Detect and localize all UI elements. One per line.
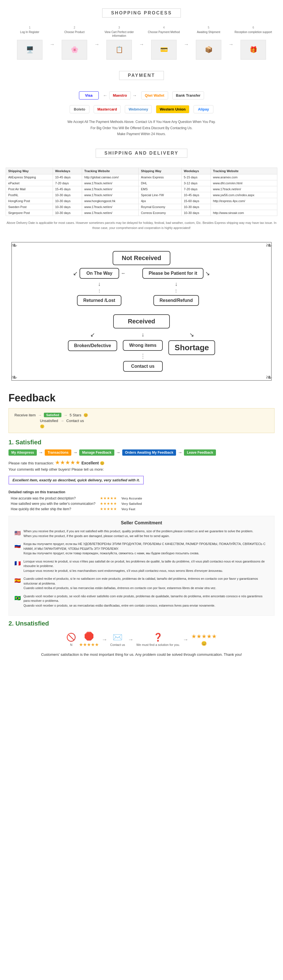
step-2: 2 Choose Product 🌸 [54, 26, 94, 60]
shipping-cell-3-5: www.yw56.com.cn/index.aspx [211, 192, 277, 198]
commitment-line-3-0: Cuando usted recibe el producto, si le n… [24, 576, 269, 586]
fc-wrong-col: ↓ Wrong items ⋮ Contact us [123, 331, 163, 372]
shipping-title: SHIPPING AND DELIVERY [96, 149, 187, 158]
commitment-text-3: Cuando usted recibe el producto, si le n… [24, 576, 269, 590]
shipping-cell-2-3: EMS [138, 186, 181, 192]
shipping-table: Shipping Way Weekdays Tracking Website S… [6, 168, 277, 216]
nav-arrow-3: → [116, 450, 121, 455]
satisfied-row: Receive item → Satisfied → 5 Stars 😊 [14, 413, 269, 417]
commitment-4: 🇧🇷Quando você receber o produto, se você… [14, 594, 269, 608]
q1-stars: ★★★★★ [98, 495, 119, 501]
commitment-line-1-0: Когда вы получаете продукт, если вы НЕ У… [24, 542, 269, 551]
shipping-row-6: Sirgerpore Post10-30 dayswww.17track.net… [6, 210, 277, 216]
shipping-cell-4-3: 4px [138, 198, 181, 204]
result-stars: ★★★★★ [191, 633, 217, 640]
nav-manage-feedback[interactable]: Manage Feedback [79, 449, 114, 456]
step-4-icon: 💳 [151, 40, 177, 60]
shipping-cell-5-5 [211, 204, 277, 210]
nav-transactions[interactable]: Transactions [45, 449, 71, 456]
shipping-cell-0-2: http://global.cainiao.com/ [82, 174, 138, 180]
corner-tl: ❧ [10, 241, 18, 250]
arrow-right: → [133, 93, 137, 98]
unsat-email: ✉️ Contact us [110, 633, 125, 646]
fc-broken-col: ↙ Broken/Defective [68, 331, 117, 351]
steps-row: 1 Log In Register 🖥️ → 2 Choose Product … [6, 26, 277, 60]
shipping-cell-1-2: www.17track.net/en/ [82, 180, 138, 186]
seller-commitment: Seller Commitment 🇺🇸When you receive the… [8, 516, 275, 616]
unsatisfied-title: 2. Unsatisfied [8, 620, 275, 627]
flag-3: 🇪🇸 [14, 577, 21, 585]
fc-arrow-shortage: ↘ [189, 331, 194, 338]
shipping-cell-1-0: ePacket [6, 180, 53, 186]
fc-v-arrow-1: ↓ [98, 281, 101, 286]
commitment-text-1: Когда вы получаете продукт, если вы НЕ У… [24, 542, 269, 556]
fc-dashed-1: ⋮ [98, 289, 101, 293]
fc-arrow-broken: ↙ [90, 331, 95, 338]
q2-label: How satisfied were you with the seller's… [8, 501, 98, 506]
commitment-2: 🇫🇷Lorsque vous recevez le produit, si vo… [14, 559, 269, 573]
arrow-2: → [64, 413, 67, 417]
arrow-3: → [60, 418, 64, 423]
step-1: 1 Log In Register 🖥️ [10, 26, 50, 60]
commitment-line-3-1: Cuando usted reciba el producto, si las … [24, 586, 269, 590]
shipping-cell-2-0: Post Air Mail [6, 186, 53, 192]
unsat-arrow-1: → [102, 636, 107, 643]
shipping-row-5: Sweden Post10-30 dayswww.17track.net/en/… [6, 204, 277, 210]
commitment-line-1-1: Когда вы получаете продукт, если товар п… [24, 551, 269, 556]
q3-rating: Very Fast [119, 506, 144, 512]
commitment-0: 🇺🇸When you receive the product, if you a… [14, 529, 269, 538]
unsat-stars: ★★★★★ 😊 [191, 633, 217, 646]
step-arrow-5: → [229, 26, 233, 48]
shipping-cell-1-3: DHL [138, 180, 181, 186]
shipping-cell-5-3: Roymal Economy [138, 204, 181, 210]
commitment-line-4-1: Quando você receber o produto, se as mer… [24, 603, 269, 608]
commitment-line-4-0: Quando você receber o produto, se você n… [24, 594, 269, 603]
shipping-cell-0-1: 10-45 days [53, 174, 82, 180]
bank-transfer-logo: Bank Transfer [172, 91, 204, 100]
fc-right-branch: Please be Patient for it ↘ ↓ ⋮ Resend/Re… [142, 268, 210, 306]
col-header-5: Weekdays [181, 168, 211, 174]
shopping-process-section: SHOPPING PROCESS 1 Log In Register 🖥️ → … [0, 0, 283, 65]
q3-label: How quickly did the seller ship the item… [8, 506, 98, 512]
shipping-row-4: HongKong Post10-30 dayswww.hongkongpost.… [6, 198, 277, 204]
unsat-no-sign: 🚫 N [66, 633, 76, 646]
payment-logos-row2: Boleto Mastercard Webmoney Western Union… [6, 105, 277, 113]
question-icon: ❓ [153, 633, 163, 642]
step-2-number: 2 [74, 26, 75, 29]
shipping-cell-1-4: 3-12 days [181, 180, 211, 186]
shipping-cell-3-4: 10-45 days [181, 192, 211, 198]
fc-on-the-way: On The Way [80, 268, 119, 279]
arrow-1: → [38, 413, 42, 417]
step-4: 4 Choose Payment Method 💳 [144, 26, 184, 60]
step-arrow-4: → [184, 26, 189, 48]
webmoney-logo: Webmoney [125, 105, 152, 113]
fc-wrong-items: Wrong items [123, 340, 163, 351]
unsatisfied-row: Unsatisfied → Contact us [40, 418, 269, 423]
rate-text: Please rate this transaction: ★★★★★ Exce… [8, 459, 275, 466]
step-6-icon: 🎁 [241, 40, 266, 60]
shopping-process-title: SHOPPING PROCESS [102, 8, 181, 18]
shipping-row-2: Post Air Mail15-45 dayswww.17track.net/e… [6, 186, 277, 192]
nav-aliexpress[interactable]: My Aliexpress [8, 449, 37, 456]
shipping-cell-6-4: 10-30 days [181, 210, 211, 216]
unsat-arrow-2: → [128, 636, 134, 643]
commitment-line-2-0: Lorsque vous recevez le produit, si vous… [24, 559, 269, 568]
satisfied-nav[interactable]: My Aliexpress → Transactions → Manage Fe… [8, 449, 275, 456]
feedback-title: Feedback [8, 392, 275, 404]
smiley-1: 😊 [83, 413, 88, 417]
flowchart-wrapper: ❧ ❧ ❧ ❧ Not Received ↙ On The Way ↔ ↓ ⋮ … [11, 242, 272, 381]
arrow-left: ← [103, 93, 107, 98]
commitment-text-0: When you receive the product, if you are… [24, 529, 253, 538]
commitment-line-2-1: Lorsque vous recevez le produit, si les … [24, 568, 269, 573]
step-4-number: 4 [163, 26, 165, 29]
step-5-icon: 📦 [196, 40, 221, 60]
nav-leave-feedback[interactable]: Leave Feedback [184, 449, 216, 456]
feedback-flow-box: Receive item → Satisfied → 5 Stars 😊 Uns… [8, 408, 275, 433]
nav-orders[interactable]: Orders Awaiting My Feedback [122, 449, 176, 456]
step-5-number: 5 [208, 26, 209, 29]
fc-on-way-row: ↙ On The Way ↔ [73, 268, 125, 279]
shipping-cell-4-0: HongKong Post [6, 198, 53, 204]
step-3-label: View Cart Perfect order information [99, 30, 139, 38]
satisfied-title: 1. Satisfied [8, 439, 275, 446]
step-1-icon: 🖥️ [17, 40, 42, 60]
